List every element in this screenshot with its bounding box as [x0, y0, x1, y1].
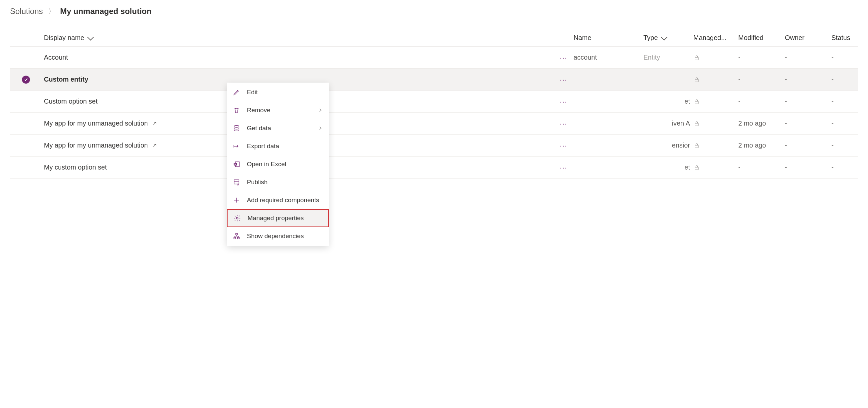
name-cell: account: [574, 54, 597, 61]
owner-cell: -: [785, 120, 787, 127]
owner-cell: -: [785, 54, 787, 61]
breadcrumb: Solutions 〉 My unmanaged solution: [10, 0, 858, 29]
menu-edit[interactable]: Edit: [227, 83, 329, 101]
export-icon: [233, 143, 240, 150]
col-display-name[interactable]: Display name: [44, 34, 92, 41]
more-actions-button[interactable]: ···: [560, 142, 567, 149]
lock-icon: [693, 120, 700, 127]
status-cell: -: [831, 164, 834, 171]
modified-cell: -: [738, 164, 741, 171]
excel-icon: [233, 161, 240, 168]
col-type[interactable]: Type: [644, 34, 666, 41]
svg-point-6: [234, 125, 239, 127]
table-header: Display name Name Type Managed... Modifi…: [10, 29, 858, 47]
modified-cell: -: [738, 76, 741, 83]
display-name-cell[interactable]: Custom option set: [44, 97, 97, 105]
display-name-cell[interactable]: My custom option set: [44, 164, 107, 171]
col-owner[interactable]: Owner: [785, 34, 804, 41]
context-menu: Edit Remove Get data Export data Open in…: [227, 83, 329, 178]
col-managed[interactable]: Managed...: [693, 34, 726, 41]
breadcrumb-current: My unmanaged solution: [60, 7, 152, 16]
chevron-down-icon: [661, 34, 668, 40]
table-row[interactable]: My custom option set···et---: [10, 156, 858, 178]
status-cell: -: [831, 76, 834, 83]
table-row[interactable]: Account···accountEntity---: [10, 47, 858, 68]
chevron-right-icon: [318, 124, 323, 132]
col-modified[interactable]: Modified: [738, 34, 764, 41]
more-actions-button[interactable]: ···: [560, 54, 567, 61]
status-cell: -: [831, 142, 834, 149]
menu-open-excel[interactable]: Open in Excel: [227, 155, 329, 173]
svg-rect-3: [695, 123, 698, 126]
lock-icon: [693, 98, 700, 105]
external-link-icon: [152, 143, 158, 149]
type-cell: et: [644, 164, 693, 171]
more-actions-button[interactable]: ···: [560, 76, 567, 83]
owner-cell: -: [785, 142, 787, 149]
menu-remove[interactable]: Remove: [227, 101, 329, 119]
svg-rect-1: [695, 79, 698, 82]
lock-icon: [693, 76, 700, 83]
table-row[interactable]: Custom option set···et---: [10, 91, 858, 113]
chevron-right-icon: [318, 107, 323, 114]
modified-cell: -: [738, 54, 741, 61]
pencil-icon: [233, 89, 240, 96]
status-cell: -: [831, 54, 834, 61]
chevron-down-icon: [87, 34, 94, 40]
col-name[interactable]: Name: [574, 34, 591, 41]
display-name-cell[interactable]: My app for my unmanaged solution: [44, 142, 158, 149]
owner-cell: -: [785, 76, 787, 83]
owner-cell: -: [785, 97, 787, 105]
more-actions-button[interactable]: ···: [560, 120, 567, 127]
menu-export-data[interactable]: Export data: [227, 137, 329, 155]
owner-cell: -: [785, 164, 787, 171]
menu-publish[interactable]: Publish: [227, 173, 329, 178]
lock-icon: [693, 164, 700, 171]
table-row[interactable]: My app for my unmanaged solution···ensio…: [10, 135, 858, 156]
modified-cell: 2 mo ago: [738, 142, 766, 149]
svg-rect-0: [695, 57, 698, 60]
lock-icon: [693, 142, 700, 149]
more-actions-button[interactable]: ···: [560, 98, 567, 105]
external-link-icon: [152, 121, 158, 126]
display-name-cell[interactable]: Custom entity: [44, 76, 88, 83]
modified-cell: -: [738, 97, 741, 105]
display-name-cell[interactable]: My app for my unmanaged solution: [44, 120, 158, 127]
svg-rect-2: [695, 101, 698, 104]
more-actions-button[interactable]: ···: [560, 164, 567, 171]
svg-rect-4: [695, 145, 698, 148]
display-name-cell[interactable]: Account: [44, 54, 68, 61]
type-cell: iven A: [644, 120, 693, 127]
col-status[interactable]: Status: [831, 34, 850, 41]
type-cell: et: [644, 97, 693, 105]
trash-icon: [233, 107, 240, 114]
table-row[interactable]: Custom entity···---: [10, 68, 858, 91]
svg-rect-5: [695, 167, 698, 170]
table-row[interactable]: My app for my unmanaged solution···iven …: [10, 113, 858, 135]
menu-get-data[interactable]: Get data: [227, 119, 329, 137]
chevron-right-icon: 〉: [48, 7, 55, 16]
database-icon: [233, 124, 240, 132]
status-cell: -: [831, 97, 834, 105]
solution-table: Display name Name Type Managed... Modifi…: [10, 29, 858, 178]
modified-cell: 2 mo ago: [738, 120, 766, 127]
lock-icon: [693, 54, 700, 61]
breadcrumb-root[interactable]: Solutions: [10, 7, 43, 16]
type-cell: ensior: [644, 142, 693, 149]
check-icon: [22, 76, 30, 84]
type-cell: Entity: [644, 54, 660, 61]
status-cell: -: [831, 120, 834, 127]
